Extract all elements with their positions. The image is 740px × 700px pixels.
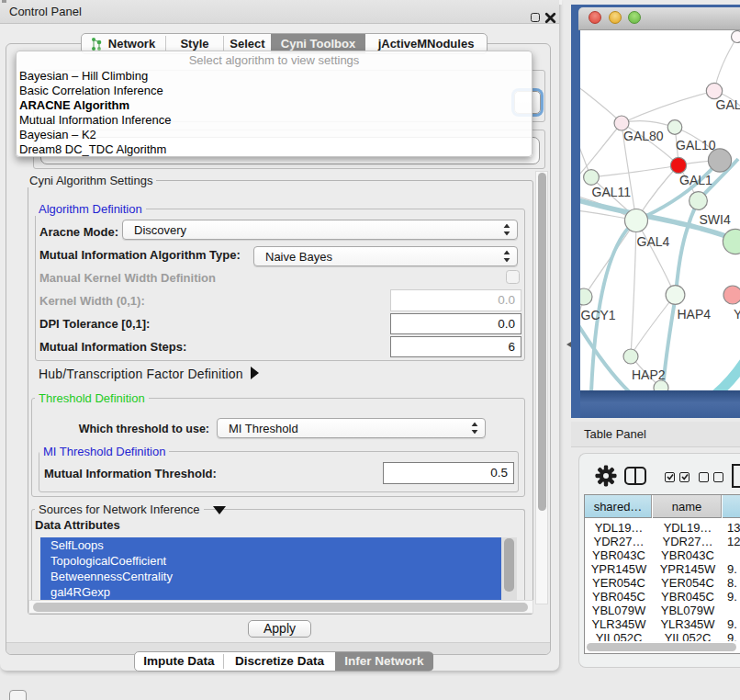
svg-text:SWI4: SWI4 bbox=[700, 212, 731, 227]
svg-text:GAL80: GAL80 bbox=[623, 129, 664, 143]
svg-text:GAL4: GAL4 bbox=[637, 234, 670, 249]
svg-text:GAL10: GAL10 bbox=[676, 138, 716, 152]
svg-text:GAL1: GAL1 bbox=[679, 173, 712, 187]
svg-text:HAP4: HAP4 bbox=[678, 307, 712, 322]
svg-text:HAP2: HAP2 bbox=[632, 367, 666, 382]
svg-text:GCY1: GCY1 bbox=[581, 308, 616, 322]
svg-text:GAL11: GAL11 bbox=[592, 185, 632, 199]
svg-text:GAL: GAL bbox=[716, 97, 740, 112]
svg-text:Y: Y bbox=[734, 307, 740, 322]
